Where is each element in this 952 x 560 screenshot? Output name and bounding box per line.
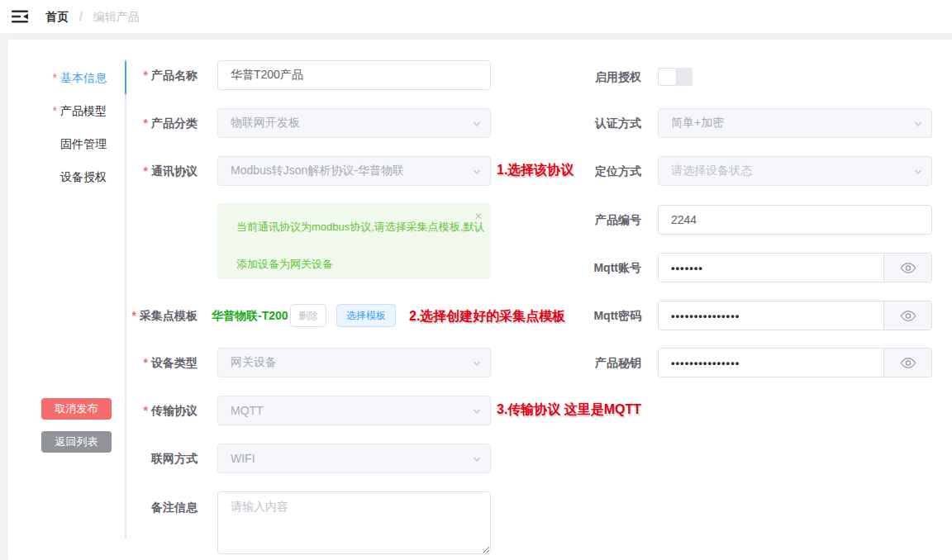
- auth-mode-select[interactable]: 简单+加密: [658, 108, 932, 138]
- transport-protocol-select[interactable]: MQTT: [217, 396, 491, 425]
- remark-textarea[interactable]: [217, 491, 491, 554]
- product-no-label: 产品编号: [7, 205, 650, 235]
- product-secret-reveal-button[interactable]: [883, 349, 931, 377]
- toggle-knob: [659, 69, 676, 85]
- transport-protocol-label: *传输协议: [7, 396, 207, 425]
- chevron-down-icon: [913, 119, 923, 129]
- breadcrumb-separator: /: [79, 10, 83, 23]
- breadcrumb-current: 编辑产品: [93, 10, 140, 23]
- annotation-step3: 3.传输协议 这里是MQTT: [497, 401, 641, 419]
- mqtt-account-reveal-button[interactable]: [883, 254, 931, 282]
- enable-auth-toggle[interactable]: [658, 68, 693, 86]
- auth-mode-value: 简单+加密: [671, 116, 724, 131]
- chevron-down-icon: [472, 406, 482, 416]
- remark-label: 备注信息: [7, 491, 207, 521]
- auth-mode-label: 认证方式: [7, 108, 650, 138]
- location-mode-label: 定位方式: [7, 156, 650, 186]
- product-no-input[interactable]: [658, 205, 932, 235]
- chevron-down-icon: [472, 454, 482, 464]
- mqtt-password-reveal-button[interactable]: [883, 301, 931, 330]
- location-mode-placeholder: 请选择设备状态: [671, 164, 752, 178]
- breadcrumb: 首页 / 编辑产品: [45, 0, 140, 33]
- required-mark: *: [144, 404, 148, 417]
- product-secret-label: 产品秘钥: [7, 348, 650, 377]
- breadcrumb-home[interactable]: 首页: [45, 10, 69, 23]
- chevron-down-icon: [913, 167, 923, 177]
- edit-product-panel: *基本信息 *产品模型 固件管理 设备授权 取消发布 返回列表 *产品名称 *产…: [7, 39, 952, 560]
- mqtt-account-group: [658, 253, 932, 282]
- mqtt-account-label: Mqtt账号: [7, 253, 650, 282]
- location-mode-select[interactable]: 请选择设备状态: [658, 156, 932, 186]
- eye-icon: [900, 262, 916, 274]
- transport-protocol-value: MQTT: [231, 404, 264, 417]
- enable-auth-label: 启用授权: [7, 62, 650, 92]
- eye-icon: [900, 357, 916, 369]
- product-secret-input[interactable]: [659, 349, 883, 377]
- mqtt-password-input[interactable]: [659, 301, 883, 330]
- mqtt-account-input[interactable]: [659, 254, 883, 282]
- eye-icon: [900, 310, 916, 322]
- topbar: 首页 / 编辑产品: [0, 0, 952, 33]
- mqtt-password-group: [658, 301, 932, 330]
- network-mode-label: 联网方式: [7, 444, 207, 473]
- network-mode-select[interactable]: WIFI: [217, 444, 491, 473]
- sidebar-fold-icon[interactable]: [12, 10, 28, 23]
- network-mode-value: WIFI: [231, 452, 255, 465]
- product-secret-group: [658, 348, 932, 377]
- mqtt-password-label: Mqtt密码: [7, 301, 650, 330]
- tab-label: 固件管理: [60, 137, 107, 150]
